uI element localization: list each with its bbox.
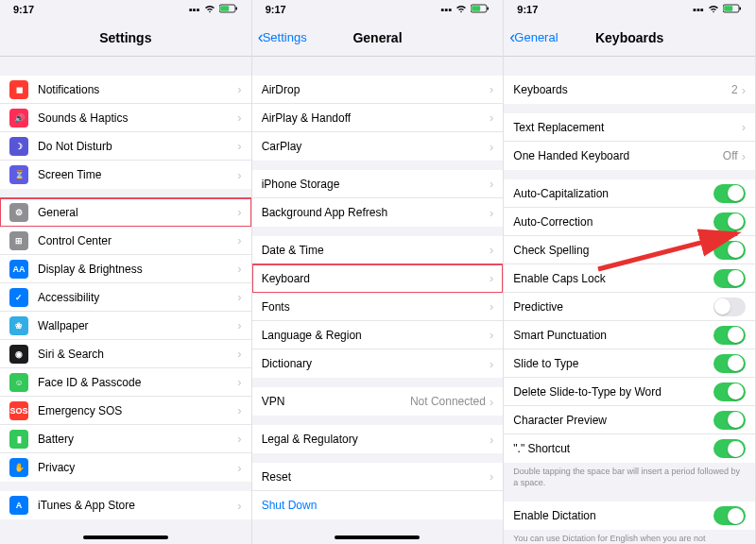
list-row[interactable]: One Handed KeyboardOff› <box>504 142 755 170</box>
row-label: Date & Time <box>262 244 490 257</box>
row-label: Control Center <box>38 234 237 247</box>
list-row[interactable]: iPhone Storage› <box>252 170 504 198</box>
list-row[interactable]: Smart Punctuation <box>504 321 755 349</box>
list-row[interactable]: Keyboard› <box>252 264 504 293</box>
list-row[interactable]: Character Preview <box>504 406 755 434</box>
list-row[interactable]: Auto-Correction <box>504 208 755 236</box>
row-detail: 2 <box>731 83 738 96</box>
list-row[interactable]: AirDrop› <box>252 76 504 104</box>
chevron-right-icon: › <box>490 271 493 285</box>
list-row[interactable]: ◼Notifications› <box>0 76 251 104</box>
toggle-switch[interactable] <box>713 382 746 401</box>
row-label: Screen Time <box>38 168 237 181</box>
list-row[interactable]: AADisplay & Brightness› <box>0 255 251 283</box>
row-label: Wallpaper <box>38 319 237 332</box>
list-row[interactable]: Reset› <box>252 463 504 491</box>
toggle-switch[interactable] <box>713 184 746 203</box>
status-bar: 9:17 ▪▪▪ <box>0 0 251 19</box>
toggle-switch[interactable] <box>713 411 746 430</box>
list-row[interactable]: ⊞Control Center› <box>0 227 251 255</box>
row-label: Slide to Type <box>513 357 713 370</box>
status-time: 9:17 <box>517 4 538 15</box>
nav-title: Keyboards <box>595 30 663 45</box>
appstore-icon: A <box>9 496 28 515</box>
status-icons: ▪▪▪ <box>693 4 742 15</box>
row-detail: Not Connected <box>410 395 486 408</box>
cellular-icon: ▪▪▪ <box>189 4 200 15</box>
list-row[interactable]: ◉Siri & Search› <box>0 340 251 368</box>
list-row[interactable]: "." Shortcut <box>504 434 755 463</box>
chevron-right-icon: › <box>237 432 241 446</box>
chevron-right-icon: › <box>490 433 493 447</box>
chevron-right-icon: › <box>490 357 493 371</box>
row-label: Text Replacement <box>513 121 741 134</box>
back-button[interactable]: ‹ General <box>509 27 558 47</box>
list-row[interactable]: Legal & Regulatory› <box>252 425 504 453</box>
list-row[interactable]: ✓Accessibility› <box>0 283 251 312</box>
list-row[interactable]: Dictionary› <box>252 349 504 378</box>
row-label: AirDrop <box>262 83 490 96</box>
row-label: Auto-Capitalization <box>513 187 713 200</box>
battery-status-icon <box>219 4 238 15</box>
list-row[interactable]: Language & Region› <box>252 321 504 349</box>
list-row[interactable]: ☽Do Not Disturb› <box>0 132 251 161</box>
row-label: Sounds & Haptics <box>38 111 237 125</box>
list-row[interactable]: VPNNot Connected› <box>252 387 504 416</box>
chevron-right-icon: › <box>237 461 241 475</box>
status-icons: ▪▪▪ <box>441 4 490 15</box>
row-label: Predictive <box>513 300 713 314</box>
chevron-right-icon: › <box>742 149 746 163</box>
list-row[interactable]: AirPlay & Handoff› <box>252 104 504 132</box>
list-row[interactable]: Keyboards2› <box>504 76 755 104</box>
scroll-content[interactable]: AirDrop›AirPlay & Handoff›CarPlay› iPhon… <box>252 57 504 544</box>
status-time: 9:17 <box>266 4 286 15</box>
list-row[interactable]: 🔊Sounds & Haptics› <box>0 104 251 132</box>
home-indicator[interactable] <box>335 536 420 539</box>
row-label: Smart Punctuation <box>513 329 713 342</box>
list-row[interactable]: SOSEmergency SOS› <box>0 397 251 425</box>
list-row[interactable]: ⏳Screen Time› <box>0 161 251 189</box>
toggle-switch[interactable] <box>713 326 746 345</box>
row-label: Accessibility <box>38 291 237 304</box>
nav-title: Settings <box>99 30 151 45</box>
list-row[interactable]: Delete Slide-to-Type by Word <box>504 378 755 406</box>
toggle-switch[interactable] <box>713 269 746 288</box>
chevron-right-icon: › <box>490 395 493 409</box>
scroll-content[interactable]: ◼Notifications›🔊Sounds & Haptics›☽Do Not… <box>0 57 251 544</box>
toggle-switch[interactable] <box>713 298 746 316</box>
scroll-content[interactable]: Keyboards2› Text Replacement›One Handed … <box>504 57 755 544</box>
list-row[interactable]: Slide to Type <box>504 349 755 378</box>
chevron-right-icon: › <box>237 403 241 417</box>
list-row[interactable]: Enable Dictation <box>504 502 755 530</box>
list-row[interactable]: Check Spelling <box>504 236 755 264</box>
row-label: Delete Slide-to-Type by Word <box>513 385 713 399</box>
toggle-switch[interactable] <box>713 212 746 231</box>
list-row[interactable]: CarPlay› <box>252 132 504 161</box>
back-button[interactable]: ‹ Settings <box>258 27 307 47</box>
list-row[interactable]: Date & Time› <box>252 236 504 264</box>
list-row[interactable]: Background App Refresh› <box>252 198 504 227</box>
list-row[interactable]: ▮Battery› <box>0 425 251 453</box>
home-indicator[interactable] <box>83 536 168 539</box>
list-row[interactable]: ☺Face ID & Passcode› <box>0 368 251 397</box>
list-row[interactable]: ❀Wallpaper› <box>0 312 251 340</box>
list-row[interactable]: Shut Down <box>252 491 504 519</box>
list-row[interactable]: AiTunes & App Store› <box>0 491 251 519</box>
row-label: Reset <box>262 470 490 484</box>
toggle-switch[interactable] <box>713 354 746 373</box>
footnote: You can use Dictation for English when y… <box>504 530 755 544</box>
chevron-right-icon: › <box>490 328 493 342</box>
toggle-switch[interactable] <box>713 241 746 260</box>
toggle-switch[interactable] <box>713 439 746 458</box>
display-icon: AA <box>9 260 28 279</box>
screen-keyboards: 9:17 ▪▪▪ ‹ General Keyboards Keyboards2›… <box>504 0 756 544</box>
list-row[interactable]: Auto-Capitalization <box>504 179 755 208</box>
list-row[interactable]: Enable Caps Lock <box>504 264 755 293</box>
toggle-switch[interactable] <box>713 506 746 525</box>
list-row[interactable]: Text Replacement› <box>504 113 755 142</box>
screentime-icon: ⏳ <box>9 165 28 184</box>
list-row[interactable]: ⚙General› <box>0 198 251 227</box>
list-row[interactable]: Fonts› <box>252 293 504 321</box>
list-row[interactable]: ✋Privacy› <box>0 453 251 482</box>
list-row[interactable]: Predictive <box>504 293 755 321</box>
